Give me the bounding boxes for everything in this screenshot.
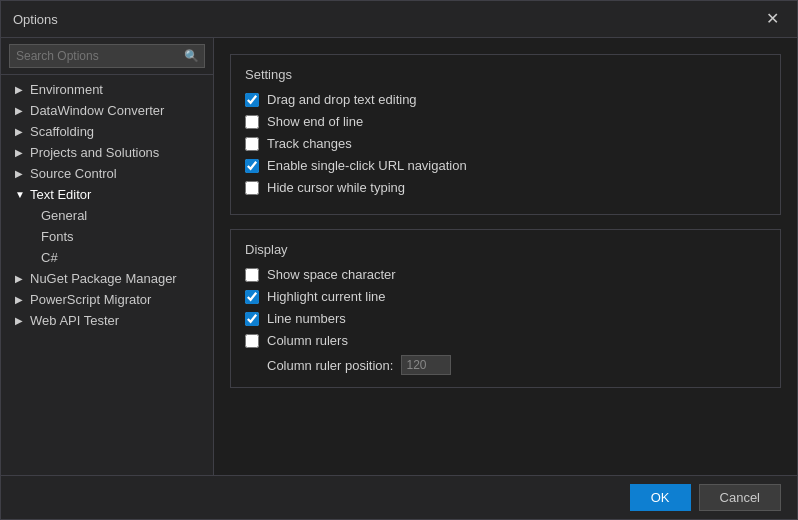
checkbox-hide-cursor-input[interactable] bbox=[245, 181, 259, 195]
settings-title: Settings bbox=[245, 67, 766, 82]
sidebar-item-label: PowerScript Migrator bbox=[30, 292, 151, 307]
sidebar-item-scaffolding[interactable]: ▶ Scaffolding bbox=[1, 121, 213, 142]
checkbox-highlight-current-line: Highlight current line bbox=[245, 289, 766, 304]
sidebar-item-label: Source Control bbox=[30, 166, 117, 181]
sidebar-item-source-control[interactable]: ▶ Source Control bbox=[1, 163, 213, 184]
search-box: 🔍 bbox=[1, 38, 213, 75]
sidebar-item-label: Web API Tester bbox=[30, 313, 119, 328]
arrow-icon: ▶ bbox=[15, 84, 25, 95]
column-ruler-position-label: Column ruler position: bbox=[267, 358, 393, 373]
sidebar-item-datawindow-converter[interactable]: ▶ DataWindow Converter bbox=[1, 100, 213, 121]
sidebar-item-label: Text Editor bbox=[30, 187, 91, 202]
sidebar-item-label: Scaffolding bbox=[30, 124, 94, 139]
checkbox-line-numbers: Line numbers bbox=[245, 311, 766, 326]
display-section: Display Show space character Highlight c… bbox=[230, 229, 781, 388]
checkbox-column-rulers-input[interactable] bbox=[245, 334, 259, 348]
display-title: Display bbox=[245, 242, 766, 257]
checkbox-single-click-url-input[interactable] bbox=[245, 159, 259, 173]
content-area: Settings Drag and drop text editing Show… bbox=[214, 38, 797, 475]
arrow-icon: ▶ bbox=[15, 168, 25, 179]
checkbox-show-space: Show space character bbox=[245, 267, 766, 282]
arrow-icon: ▶ bbox=[15, 273, 25, 284]
sidebar-item-powerscript[interactable]: ▶ PowerScript Migrator bbox=[1, 289, 213, 310]
sidebar-tree: ▶ Environment ▶ DataWindow Converter ▶ S… bbox=[1, 75, 213, 475]
sidebar-child-csharp[interactable]: C# bbox=[1, 247, 213, 268]
checkbox-single-click-url: Enable single-click URL navigation bbox=[245, 158, 766, 173]
sidebar-child-label: C# bbox=[41, 250, 58, 265]
sidebar-child-label: General bbox=[41, 208, 87, 223]
checkbox-show-end-of-line-label[interactable]: Show end of line bbox=[267, 114, 363, 129]
checkbox-show-space-input[interactable] bbox=[245, 268, 259, 282]
sidebar-child-general[interactable]: General bbox=[1, 205, 213, 226]
checkbox-track-changes-input[interactable] bbox=[245, 137, 259, 151]
checkbox-line-numbers-label[interactable]: Line numbers bbox=[267, 311, 346, 326]
arrow-icon: ▶ bbox=[15, 105, 25, 116]
checkbox-single-click-url-label[interactable]: Enable single-click URL navigation bbox=[267, 158, 467, 173]
column-ruler-position-row: Column ruler position: bbox=[245, 355, 766, 375]
sidebar-item-label: NuGet Package Manager bbox=[30, 271, 177, 286]
sidebar-child-label: Fonts bbox=[41, 229, 74, 244]
checkbox-show-end-of-line-input[interactable] bbox=[245, 115, 259, 129]
sidebar-item-nuget[interactable]: ▶ NuGet Package Manager bbox=[1, 268, 213, 289]
arrow-icon: ▶ bbox=[15, 315, 25, 326]
arrow-icon: ▶ bbox=[15, 147, 25, 158]
dialog-title: Options bbox=[13, 12, 58, 27]
checkbox-track-changes-label[interactable]: Track changes bbox=[267, 136, 352, 151]
close-button[interactable]: ✕ bbox=[760, 9, 785, 29]
dialog-footer: OK Cancel bbox=[1, 475, 797, 519]
search-input[interactable] bbox=[9, 44, 205, 68]
sidebar-item-web-api[interactable]: ▶ Web API Tester bbox=[1, 310, 213, 331]
settings-section: Settings Drag and drop text editing Show… bbox=[230, 54, 781, 215]
sidebar-item-text-editor[interactable]: ▼ Text Editor bbox=[1, 184, 213, 205]
checkbox-column-rulers: Column rulers bbox=[245, 333, 766, 348]
sidebar-item-projects-solutions[interactable]: ▶ Projects and Solutions bbox=[1, 142, 213, 163]
dialog-body: 🔍 ▶ Environment ▶ DataWindow Converter ▶… bbox=[1, 38, 797, 475]
sidebar-item-environment[interactable]: ▶ Environment bbox=[1, 79, 213, 100]
checkbox-highlight-current-line-label[interactable]: Highlight current line bbox=[267, 289, 386, 304]
checkbox-line-numbers-input[interactable] bbox=[245, 312, 259, 326]
checkbox-column-rulers-label[interactable]: Column rulers bbox=[267, 333, 348, 348]
sidebar-item-label: DataWindow Converter bbox=[30, 103, 164, 118]
checkbox-show-space-label[interactable]: Show space character bbox=[267, 267, 396, 282]
sidebar-child-fonts[interactable]: Fonts bbox=[1, 226, 213, 247]
checkbox-highlight-current-line-input[interactable] bbox=[245, 290, 259, 304]
title-bar: Options ✕ bbox=[1, 1, 797, 38]
column-ruler-position-input[interactable] bbox=[401, 355, 451, 375]
checkbox-drag-drop-label[interactable]: Drag and drop text editing bbox=[267, 92, 417, 107]
checkbox-show-end-of-line: Show end of line bbox=[245, 114, 766, 129]
sidebar-item-label: Projects and Solutions bbox=[30, 145, 159, 160]
arrow-icon: ▶ bbox=[15, 126, 25, 137]
checkbox-track-changes: Track changes bbox=[245, 136, 766, 151]
checkbox-hide-cursor-label[interactable]: Hide cursor while typing bbox=[267, 180, 405, 195]
sidebar-item-label: Environment bbox=[30, 82, 103, 97]
sidebar: 🔍 ▶ Environment ▶ DataWindow Converter ▶… bbox=[1, 38, 214, 475]
options-dialog: Options ✕ 🔍 ▶ Environment ▶ DataWindow C… bbox=[0, 0, 798, 520]
cancel-button[interactable]: Cancel bbox=[699, 484, 781, 511]
checkbox-drag-drop-input[interactable] bbox=[245, 93, 259, 107]
arrow-icon: ▼ bbox=[15, 189, 25, 200]
arrow-icon: ▶ bbox=[15, 294, 25, 305]
checkbox-hide-cursor: Hide cursor while typing bbox=[245, 180, 766, 195]
checkbox-drag-drop: Drag and drop text editing bbox=[245, 92, 766, 107]
ok-button[interactable]: OK bbox=[630, 484, 691, 511]
